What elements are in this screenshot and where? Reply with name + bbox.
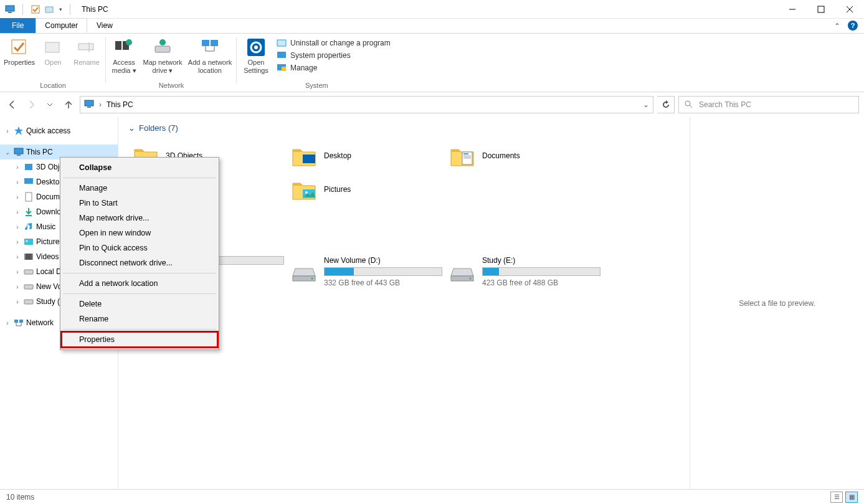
drive-label: New Volume (D:) [324, 256, 442, 265]
ctx-pin-quick-access[interactable]: Pin to Quick access [62, 240, 217, 255]
svg-rect-9 [45, 42, 59, 52]
svg-point-16 [159, 39, 166, 45]
refresh-button[interactable] [657, 96, 675, 113]
address-dropdown-button[interactable]: ⌄ [643, 100, 649, 109]
folder-icon [450, 143, 475, 168]
large-icons-view-button[interactable]: ▦ [845, 492, 858, 503]
tab-file[interactable]: File [0, 18, 36, 33]
ctx-rename[interactable]: Rename [62, 311, 217, 326]
sysprops-label: System properties [290, 51, 351, 60]
search-icon [684, 100, 693, 110]
drive-item[interactable]: Study (E:)423 GB free of 488 GB [445, 256, 603, 287]
ctx-open-new-window[interactable]: Open in new window [62, 226, 217, 240]
svg-rect-35 [25, 164, 32, 170]
tree-icon [24, 177, 34, 187]
preview-pane: Select a file to preview. [690, 117, 864, 489]
chevron-right-icon[interactable]: › [4, 128, 11, 135]
svg-rect-8 [12, 40, 26, 54]
details-view-button[interactable]: ☰ [830, 492, 843, 503]
tab-computer[interactable]: Computer [36, 18, 87, 33]
section-folders-header[interactable]: ⌄ Folders (7) [128, 123, 680, 133]
ctx-add-network-location[interactable]: Add a network location [62, 276, 217, 291]
ctx-manage[interactable]: Manage [62, 181, 217, 196]
ctx-delete[interactable]: Delete [62, 297, 217, 311]
svg-rect-44 [24, 270, 33, 274]
open-label: Open [45, 59, 62, 67]
svg-rect-37 [26, 193, 32, 201]
rename-label: Rename [74, 59, 100, 67]
svg-point-31 [685, 101, 690, 106]
ctx-disconnect-drive[interactable]: Disconnect network drive... [62, 255, 217, 270]
drive-icon [292, 265, 316, 283]
chevron-right-icon[interactable]: › [14, 239, 21, 245]
uninstall-label: Uninstall or change a program [290, 39, 391, 47]
svg-rect-12 [115, 41, 121, 50]
qat-more-dropdown[interactable]: ▾ [59, 6, 62, 12]
chevron-right-icon[interactable]: › [14, 254, 21, 260]
svg-rect-2 [32, 6, 39, 13]
collapse-ribbon-button[interactable]: ⌃ [829, 19, 845, 33]
tree-icon [24, 252, 34, 262]
chevron-right-icon[interactable]: › [14, 194, 21, 201]
qat-properties-icon[interactable] [31, 4, 40, 14]
manage-label: Manage [290, 64, 317, 72]
separator [63, 329, 216, 330]
folder-item[interactable]: Pictures [287, 173, 445, 206]
ctx-pin-start[interactable]: Pin to Start [62, 196, 217, 211]
sidebar-label: Pictures [36, 237, 63, 246]
tab-view[interactable]: View [87, 18, 122, 33]
address-input[interactable]: › This PC ⌄ [80, 96, 653, 113]
svg-rect-41 [24, 254, 33, 260]
svg-rect-52 [303, 155, 315, 163]
map-network-drive-button[interactable]: Map network drive ▾ [141, 36, 184, 75]
svg-rect-46 [24, 300, 33, 304]
folder-item[interactable]: Desktop [287, 139, 445, 173]
chevron-right-icon[interactable]: › [14, 164, 21, 171]
qat-new-folder-icon[interactable] [44, 4, 54, 14]
group-label-system: System [305, 82, 328, 90]
svg-rect-17 [202, 40, 209, 46]
search-input[interactable]: Search This PC [678, 96, 859, 113]
address-location: This PC [107, 100, 133, 109]
sidebar-label: Network [26, 318, 54, 327]
sidebar-item-quick-access[interactable]: › Quick access [0, 123, 118, 138]
maximize-button[interactable] [807, 0, 835, 19]
folder-item[interactable]: Documents [445, 139, 603, 173]
chevron-right-icon[interactable]: › [14, 179, 21, 186]
this-pc-icon [5, 4, 15, 14]
minimize-button[interactable] [778, 0, 807, 19]
chevron-right-icon[interactable]: › [4, 320, 11, 326]
open-settings-button[interactable]: Open Settings [240, 36, 272, 75]
chevron-right-icon[interactable]: › [14, 283, 21, 290]
folder-label: Documents [482, 151, 520, 160]
drive-item[interactable]: New Volume (D:)332 GB free of 443 GB [287, 256, 445, 287]
folder-icon [292, 143, 316, 168]
up-button[interactable] [61, 97, 76, 112]
manage-button[interactable]: Manage [274, 62, 393, 74]
sidebar-label: This PC [26, 148, 53, 156]
chevron-right-icon[interactable]: › [14, 209, 21, 216]
chevron-right-icon[interactable]: › [14, 269, 21, 275]
ctx-properties[interactable]: Properties [62, 332, 217, 347]
system-properties-button[interactable]: System properties [274, 50, 393, 61]
help-icon[interactable]: ? [848, 21, 858, 31]
group-label-location: Location [40, 82, 66, 90]
chevron-right-icon[interactable]: › [99, 100, 102, 109]
close-button[interactable] [835, 0, 864, 19]
back-button[interactable] [5, 97, 20, 112]
chevron-down-icon[interactable]: ⌄ [4, 149, 11, 156]
uninstall-program-button[interactable]: Uninstall or change a program [274, 37, 393, 49]
svg-line-32 [690, 105, 692, 108]
tree-icon [24, 192, 34, 202]
svg-point-64 [470, 278, 472, 280]
access-media-button[interactable]: Access media ▾ [110, 36, 138, 75]
chevron-right-icon[interactable]: › [14, 298, 21, 305]
recent-locations-button[interactable] [42, 97, 57, 112]
properties-button[interactable]: Properties [4, 36, 35, 67]
ctx-collapse[interactable]: Collapse [62, 160, 217, 175]
ctx-map-drive[interactable]: Map network drive... [62, 211, 217, 226]
svg-point-58 [305, 191, 308, 194]
chevron-right-icon[interactable]: › [14, 224, 21, 231]
sysprops-icon [277, 50, 287, 60]
add-network-location-button[interactable]: Add a network location [187, 36, 233, 75]
